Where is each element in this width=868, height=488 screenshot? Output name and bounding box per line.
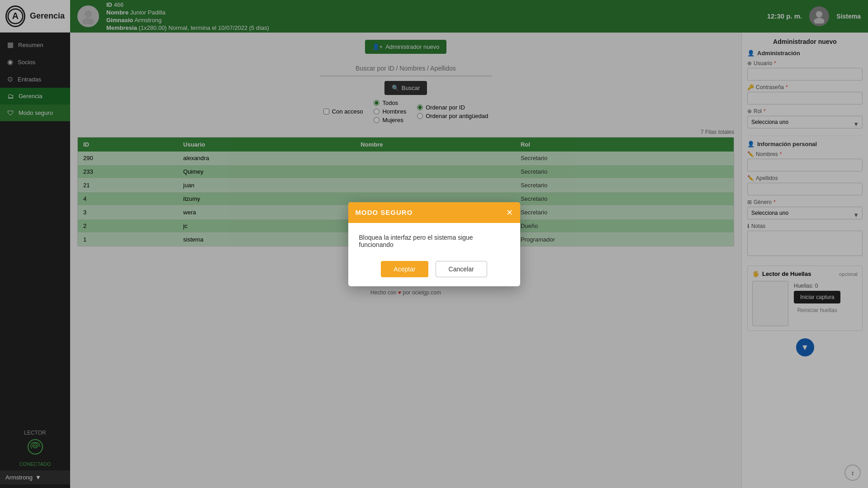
modal-cancel-button[interactable]: Cancelar: [436, 261, 487, 277]
modal-body: Bloquea la interfaz pero el sistema sigu…: [348, 223, 520, 256]
modal-close-button[interactable]: ✕: [506, 208, 513, 217]
modal-header: MODO SEGURO ✕: [348, 202, 520, 223]
modal-overlay: MODO SEGURO ✕ Bloquea la interfaz pero e…: [0, 0, 868, 488]
modal: MODO SEGURO ✕ Bloquea la interfaz pero e…: [348, 202, 520, 286]
modal-accept-button[interactable]: Aceptar: [381, 261, 428, 277]
modal-title: MODO SEGURO: [356, 208, 413, 216]
modal-footer: Aceptar Cancelar: [348, 256, 520, 286]
